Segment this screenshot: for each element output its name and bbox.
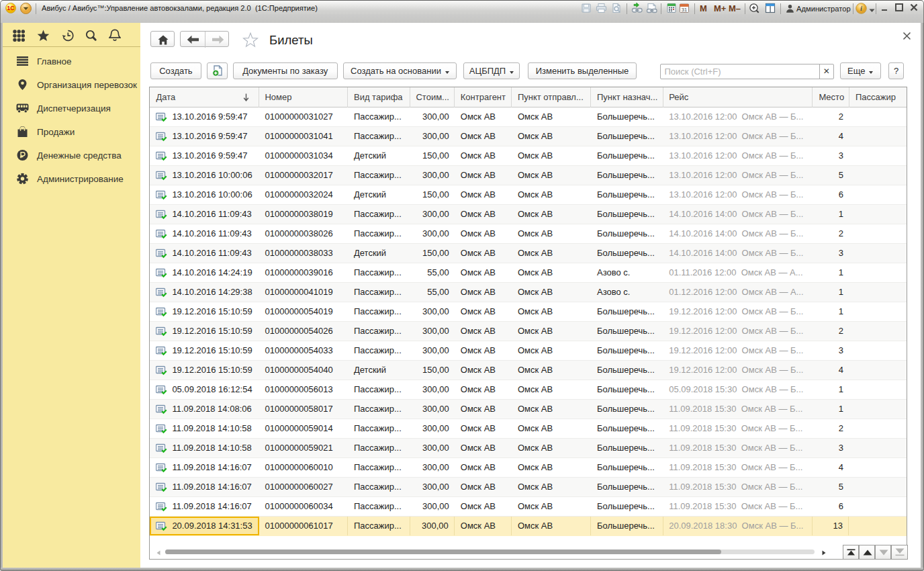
svg-text:31: 31 [682,7,687,13]
svg-text:1C: 1C [7,5,15,11]
